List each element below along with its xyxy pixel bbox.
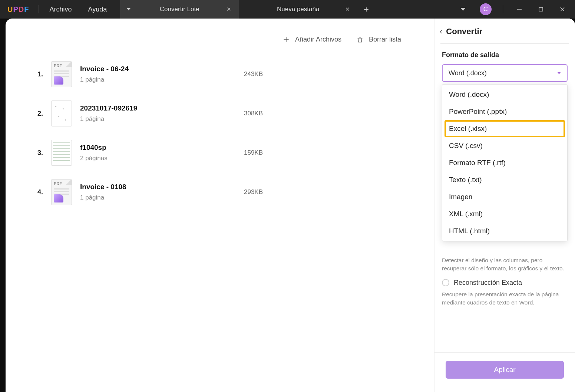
tab-dropdown-icon[interactable] <box>127 8 130 10</box>
file-pages: 1 página <box>80 76 236 83</box>
file-row[interactable]: 4.Invoice - 01081 página293KB <box>26 172 414 212</box>
new-tab-button[interactable]: ＋ <box>357 0 375 19</box>
titlebar-right: C <box>455 2 575 17</box>
format-option[interactable]: Texto (.txt) <box>445 171 565 188</box>
option-description: Detectar el diseño y las columnas, pero … <box>434 256 575 273</box>
panel-footer: Aplicar <box>434 352 575 392</box>
row-number: 1. <box>33 70 43 78</box>
file-size: 159KB <box>244 149 288 157</box>
file-thumbnail <box>51 61 72 87</box>
format-dropdown: Word (.docx)PowerPoint (.pptx)Excel (.xl… <box>442 84 568 241</box>
clear-list-label: Borrar lista <box>369 36 401 43</box>
exact-reconstruction-option[interactable]: Reconstrucción Exacta <box>434 273 575 289</box>
file-pages: 1 página <box>80 115 236 123</box>
format-option[interactable]: CSV (.csv) <box>445 137 565 154</box>
tab-label: Convertir Lote <box>160 6 199 13</box>
file-thumbnail <box>51 101 72 126</box>
panel-title: Convertir <box>446 27 482 36</box>
apply-button[interactable]: Aplicar <box>446 361 564 379</box>
menu-ayuda[interactable]: Ayuda <box>80 6 115 13</box>
file-row[interactable]: 3.f1040sp2 páginas159KB <box>26 133 414 172</box>
chevron-down-icon[interactable] <box>460 8 466 11</box>
tab-nueva[interactable]: Nueva pestaña ✕ <box>239 0 357 19</box>
row-number: 3. <box>33 149 43 157</box>
panel-header: ‹ Convertir <box>434 19 575 43</box>
format-selected-value: Word (.docx) <box>449 69 487 77</box>
file-name: f1040sp <box>80 144 236 152</box>
format-option[interactable]: Imagen <box>445 188 565 205</box>
chevron-down-icon <box>557 72 561 74</box>
file-size: 293KB <box>244 188 288 196</box>
avatar[interactable]: C <box>480 3 492 15</box>
format-select[interactable]: Word (.docx) <box>442 64 568 82</box>
trash-icon <box>356 36 364 43</box>
titlebar: UPDF Archivo Ayuda Convertir Lote ✕ Nuev… <box>0 0 575 19</box>
svg-rect-1 <box>539 7 543 11</box>
radio-icon <box>442 279 449 286</box>
window-close-button[interactable] <box>555 2 570 17</box>
tab-bar: Convertir Lote ✕ Nueva pestaña ✕ ＋ <box>120 0 375 19</box>
file-row[interactable]: 1.Invoice - 06-241 página243KB <box>26 55 414 94</box>
add-files-label: Añadir Archivos <box>295 36 341 43</box>
file-name: Invoice - 06-24 <box>80 65 236 73</box>
file-name: Invoice - 0108 <box>80 183 236 191</box>
tab-label: Nueva pestaña <box>277 6 319 13</box>
back-icon[interactable]: ‹ <box>440 27 442 36</box>
file-size: 243KB <box>244 70 288 78</box>
format-option[interactable]: HTML (.html) <box>445 223 565 240</box>
add-files-button[interactable]: Añadir Archivos <box>282 36 341 43</box>
plus-icon <box>282 36 290 43</box>
app-logo: UPDF <box>0 5 36 14</box>
format-option[interactable]: XML (.xml) <box>445 205 565 223</box>
convert-panel: ‹ Convertir Formato de salida Word (.doc… <box>434 19 575 392</box>
separator <box>39 5 39 13</box>
file-thumbnail <box>51 179 72 205</box>
separator <box>503 5 503 13</box>
file-actions: Añadir Archivos Borrar lista <box>26 30 414 55</box>
radio-label: Reconstrucción Exacta <box>454 279 522 287</box>
file-card: Añadir Archivos Borrar lista 1.Invoice -… <box>26 26 414 227</box>
row-number: 4. <box>33 188 43 196</box>
file-pages: 1 página <box>80 194 236 201</box>
format-option[interactable]: Formato RTF (.rtf) <box>445 154 565 171</box>
file-list-pane: Añadir Archivos Borrar lista 1.Invoice -… <box>6 19 434 392</box>
tab-convertir-lote[interactable]: Convertir Lote ✕ <box>120 0 239 19</box>
format-option[interactable]: Word (.docx) <box>445 86 565 103</box>
file-row[interactable]: 2.20231017-0926191 página308KB <box>26 94 414 133</box>
tab-close-icon[interactable]: ✕ <box>227 6 231 13</box>
window-minimize-button[interactable] <box>512 2 527 17</box>
format-label: Formato de salida <box>434 44 575 64</box>
file-name: 20231017-092619 <box>80 104 236 112</box>
format-option[interactable]: PowerPoint (.pptx) <box>445 103 565 120</box>
file-thumbnail <box>51 140 72 166</box>
option-description: Recupere la presentación exacta de la pá… <box>434 289 575 307</box>
tab-close-icon[interactable]: ✕ <box>345 6 350 13</box>
menu-archivo[interactable]: Archivo <box>41 6 80 13</box>
workspace: Añadir Archivos Borrar lista 1.Invoice -… <box>6 19 575 392</box>
row-number: 2. <box>33 110 43 118</box>
format-option[interactable]: Excel (.xlsx) <box>445 120 565 137</box>
file-size: 308KB <box>244 110 288 117</box>
clear-list-button[interactable]: Borrar lista <box>356 36 401 43</box>
file-pages: 2 páginas <box>80 155 236 162</box>
window-maximize-button[interactable] <box>533 2 548 17</box>
